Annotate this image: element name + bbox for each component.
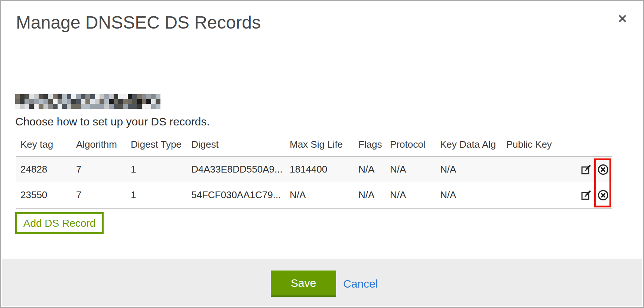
column-header-protocol: Protocol [386, 131, 436, 156]
table-row: 24828 7 1 D4A33E8DD550A9... 1814400 N/A … [16, 156, 612, 182]
save-button[interactable]: Save [271, 271, 336, 297]
cell-actions [576, 182, 612, 208]
add-ds-record-button[interactable]: Add DS Record [15, 212, 104, 234]
edit-record-button[interactable] [580, 190, 592, 201]
table-header-row: Key tag Algorithm Digest Type Digest Max… [16, 131, 612, 156]
ds-records-table: Key tag Algorithm Digest Type Digest Max… [16, 131, 612, 209]
cell-digest: 54FCF030AA1C79... [187, 182, 285, 208]
cell-actions [576, 156, 612, 182]
column-header-actions [576, 131, 612, 156]
table-row: 23550 7 1 54FCF030AA1C79... N/A N/A N/A … [16, 182, 612, 208]
edit-pencil-icon [580, 164, 592, 175]
cell-digest-type: 1 [126, 156, 187, 182]
edit-record-button[interactable] [580, 164, 592, 175]
column-header-flags: Flags [354, 131, 386, 156]
cell-digest-type: 1 [126, 182, 187, 208]
cell-key-data-alg: N/A [436, 182, 502, 208]
column-header-key-data-alg: Key Data Alg [436, 131, 502, 156]
cell-public-key [502, 182, 576, 208]
delete-x-circle-icon [597, 189, 609, 201]
modal-title: Manage DNSSEC DS Records [16, 12, 261, 33]
column-header-algorithm: Algorithm [72, 131, 126, 156]
column-header-max-sig-life: Max Sig Life [285, 131, 354, 156]
delete-record-button[interactable] [597, 164, 609, 176]
instruction-text: Choose how to set up your DS records. [15, 115, 210, 128]
column-header-key-tag: Key tag [16, 131, 72, 156]
cell-key-tag: 23550 [16, 182, 72, 208]
close-button[interactable] [616, 12, 629, 25]
cell-public-key [502, 156, 576, 182]
cell-algorithm: 7 [72, 156, 126, 182]
delete-x-circle-icon [597, 164, 609, 176]
cell-flags: N/A [354, 156, 386, 182]
cell-protocol: N/A [386, 156, 436, 182]
delete-record-button[interactable] [597, 189, 609, 201]
cell-key-data-alg: N/A [436, 156, 502, 182]
cell-max-sig-life: 1814400 [285, 156, 354, 182]
cancel-link[interactable]: Cancel [343, 271, 378, 297]
edit-pencil-icon [580, 190, 592, 201]
cell-algorithm: 7 [72, 182, 126, 208]
close-icon [618, 14, 627, 23]
cell-flags: N/A [354, 182, 386, 208]
cell-max-sig-life: N/A [285, 182, 354, 208]
column-header-digest-type: Digest Type [126, 131, 187, 156]
redacted-domain [15, 94, 160, 109]
column-header-public-key: Public Key [502, 131, 576, 156]
cell-key-tag: 24828 [16, 156, 72, 182]
cell-protocol: N/A [386, 182, 436, 208]
column-header-digest: Digest [187, 131, 285, 156]
modal-dialog: Manage DNSSEC DS Records Choose how to s… [0, 0, 644, 308]
cell-digest: D4A33E8DD550A9... [187, 156, 285, 182]
